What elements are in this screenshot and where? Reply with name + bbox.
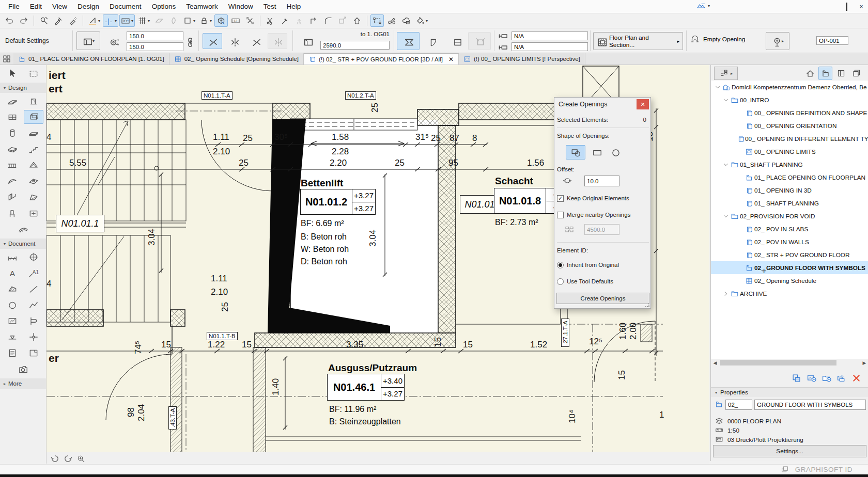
fillet-icon[interactable] <box>321 14 335 27</box>
shape-circle-button[interactable] <box>607 146 624 159</box>
tree-item[interactable]: 02_ POV IN SLABS <box>711 222 868 235</box>
menu-view[interactable]: View <box>47 0 72 13</box>
tool-door[interactable] <box>24 94 43 108</box>
home-icon[interactable] <box>350 14 364 27</box>
create-openings-button[interactable]: Create Openings <box>556 293 649 304</box>
tool-column[interactable] <box>3 126 22 140</box>
shape-rectangle-button[interactable] <box>587 146 606 159</box>
zoomplus-icon[interactable] <box>76 454 85 463</box>
toolbox-section-more[interactable]: ▸More <box>0 378 46 389</box>
closex-icon[interactable] <box>851 373 861 383</box>
pickup-icon[interactable] <box>37 14 51 27</box>
fitx-icon[interactable] <box>243 14 257 27</box>
tool-marker2[interactable] <box>3 330 22 344</box>
tool-drawing[interactable] <box>24 346 43 360</box>
tree-item[interactable]: 02_ Opening Schedule <box>711 274 868 287</box>
sill-limit-field[interactable]: N/A <box>512 42 588 51</box>
tree-item[interactable]: 02_ STR + POV GROUND FLOOR <box>711 248 868 261</box>
tool-dimension[interactable] <box>3 250 22 264</box>
tab-3[interactable]: (!) 02_ STR + POV GROUND FLOOR [3D / All… <box>304 53 459 65</box>
keep-original-checkbox[interactable]: ✓ <box>557 195 564 202</box>
tool-stair[interactable] <box>24 142 43 156</box>
scroll-left-icon[interactable]: ◀ <box>711 360 719 365</box>
nav-view-navlayout[interactable] <box>849 67 863 80</box>
head-limit-field[interactable]: N/A <box>512 31 588 40</box>
opening-style-chip[interactable]: Empty Opening <box>690 35 745 44</box>
undo-icon[interactable] <box>3 14 16 27</box>
tool-slab[interactable] <box>3 142 22 156</box>
tree-item[interactable]: 00_ OPENING DEFINITION AND SHAPE <box>711 106 868 119</box>
guideline-icon[interactable]: ▾ <box>103 14 118 27</box>
menu-test[interactable]: Test <box>258 0 282 13</box>
tool-curtainwall[interactable] <box>3 190 22 204</box>
tool-marquee[interactable] <box>24 66 43 80</box>
opening-width-field[interactable]: 150.0 <box>127 31 183 40</box>
close-icon[interactable]: × <box>858 3 865 10</box>
tree-item[interactable]: 00_INTRO <box>711 93 868 106</box>
scrollbar-thumb[interactable] <box>720 360 836 365</box>
default-settings-label[interactable]: Default Settings <box>5 37 49 44</box>
syringe-icon[interactable] <box>66 14 80 27</box>
inherit-from-original-radio[interactable] <box>557 262 564 268</box>
scissors-icon[interactable] <box>264 14 277 27</box>
tool-arrow[interactable] <box>3 66 22 80</box>
tool-leveldim[interactable] <box>24 250 43 264</box>
tool-railing[interactable] <box>3 158 22 172</box>
offset-field[interactable]: 10.0 <box>584 176 619 186</box>
tree-item[interactable]: 02_ GROUND FLOOR WITH SYMBOLS <box>711 261 868 274</box>
tool-opening[interactable] <box>24 110 43 124</box>
tool-morph[interactable] <box>24 190 43 204</box>
toolbox-section-design[interactable]: ▾Design <box>0 83 46 93</box>
settings-button[interactable]: Settings... <box>713 445 866 457</box>
tree-item[interactable]: 00_ OPENING ORIENTATION <box>711 119 868 132</box>
merge-nearby-checkbox[interactable] <box>557 212 564 218</box>
opening-height-field[interactable]: 150.0 <box>127 42 183 51</box>
floor-plan-display-button[interactable]: Floor Plan and Section...▸ <box>593 32 683 50</box>
marqueesel-icon[interactable] <box>370 14 384 27</box>
tool-zone[interactable] <box>24 206 43 220</box>
tree-item[interactable]: 00_ OPENING IN DIFFERENT ELEMENT TYPES <box>711 132 868 145</box>
project-chooser-button[interactable]: ▸ <box>714 67 738 80</box>
display-option-1[interactable] <box>397 32 420 50</box>
frame-icon[interactable]: ▾ <box>181 14 197 27</box>
sill-height-field[interactable]: 2590.0 <box>320 41 390 50</box>
tool-beam[interactable] <box>24 126 43 140</box>
mirror-mode-button-2[interactable] <box>224 33 244 49</box>
axo3d-icon[interactable] <box>214 14 228 27</box>
tool-polyline[interactable] <box>24 298 43 312</box>
tree-item[interactable]: 01_ SHAFT PLANNING <box>711 197 868 210</box>
tab-bar-views-icon[interactable]: ▾ <box>696 1 710 10</box>
use-tool-defaults-radio[interactable] <box>557 278 564 285</box>
menu-options[interactable]: Options <box>147 0 181 13</box>
menu-design[interactable]: Design <box>72 0 104 13</box>
viewback-icon[interactable] <box>51 454 59 463</box>
tree-item[interactable]: Domicil Kompetenzzentrum Demenz Oberried… <box>711 81 868 93</box>
axe-icon[interactable] <box>278 14 291 27</box>
nav-view-navhome[interactable] <box>803 67 817 80</box>
nav-view-navsection[interactable] <box>834 67 848 80</box>
tool-roof[interactable] <box>24 158 43 172</box>
tree-item[interactable]: ARCHIVE <box>711 287 868 300</box>
penedit-icon[interactable] <box>385 14 398 27</box>
grid-icon[interactable]: ▾ <box>136 14 151 27</box>
eyedropper-icon[interactable] <box>52 14 65 27</box>
tool-texttool[interactable]: A <box>3 266 22 280</box>
properties-header[interactable]: ▾Properties <box>711 387 868 397</box>
link-dimensions-icon[interactable] <box>185 32 195 51</box>
nav-view-floorplan[interactable] <box>818 67 832 80</box>
navigator-hscrollbar[interactable]: ◀ ▶ <box>711 359 868 367</box>
dialog-close-icon[interactable]: ✕ <box>637 99 649 109</box>
tool-line[interactable] <box>24 282 43 296</box>
bucket-icon[interactable]: ▾ <box>414 14 429 27</box>
tool-shell[interactable] <box>3 174 22 188</box>
tool-figure[interactable] <box>3 314 22 328</box>
shape-rect-circle-button[interactable] <box>566 145 585 160</box>
graphisoft-id-label[interactable]: GRAPHISOFT ID <box>795 466 853 473</box>
actview-icon[interactable] <box>792 373 801 383</box>
ruler12-icon[interactable]: 12 <box>229 14 242 27</box>
lock-icon[interactable]: ▾ <box>198 14 213 27</box>
menu-teamwork[interactable]: Teamwork <box>181 0 223 13</box>
tool-object[interactable] <box>3 206 22 220</box>
tree-item[interactable]: 01_ PLACE OPENING ON FLOORPLAN <box>711 171 868 184</box>
tool-marker1[interactable] <box>24 314 43 328</box>
